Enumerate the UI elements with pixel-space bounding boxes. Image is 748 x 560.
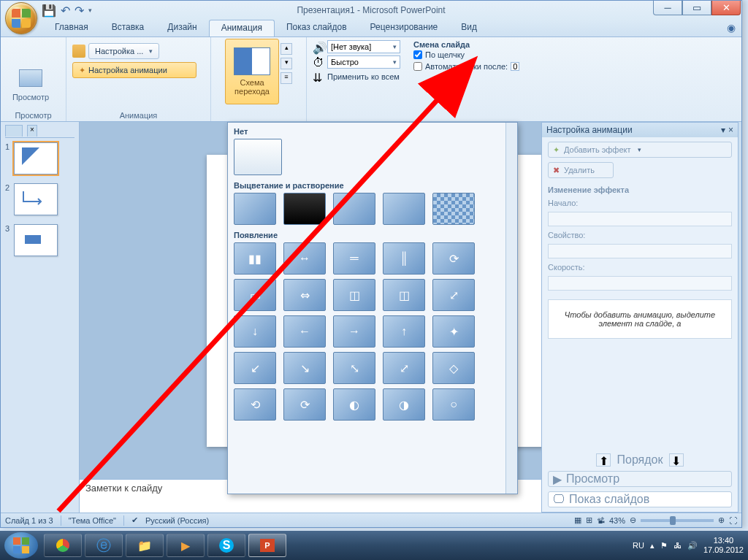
view-sorter-icon[interactable]: ⊞ [586,515,592,525]
tab-design[interactable]: Дизайн [156,20,208,37]
transition-none[interactable] [234,139,282,175]
gallery-more-icon[interactable]: ≡ [280,72,292,84]
transition-item[interactable]: ◐ [333,388,375,421]
speed-select[interactable]: Быстро [327,55,400,69]
taskbar-powerpoint[interactable]: P [248,534,286,557]
custom-animation-dropdown[interactable]: Настройка ... [88,43,159,59]
add-effect-button[interactable]: ✦ Добавить эффект [548,142,732,158]
language-label[interactable]: Русский (Россия) [145,516,209,525]
preview-button[interactable]: Просмотр [4,39,58,104]
qat-dropdown-icon[interactable]: ▾ [88,7,92,14]
remove-effect-button[interactable]: ✖ Удалить [548,162,614,178]
tab-insert[interactable]: Вставка [100,20,156,37]
taskbar-ie[interactable]: ⓔ [85,534,123,557]
ribbon: Просмотр Просмотр Настройка ... ✦ Настро… [1,37,741,122]
tab-review[interactable]: Рецензирование [359,20,450,37]
view-show-icon[interactable]: 📽 [597,516,605,525]
transition-fade-3[interactable] [333,193,375,225]
transition-fade-1[interactable] [234,193,276,225]
close-button[interactable]: ✕ [711,1,741,15]
order-up-icon[interactable]: ⬆ [596,453,611,467]
transition-item[interactable]: ◫ [333,279,375,311]
speed-select[interactable] [548,276,732,291]
zoom-in-icon[interactable]: ⊕ [718,515,725,525]
office-button[interactable] [5,2,37,34]
transition-item[interactable]: ⇔ [283,279,326,311]
gallery-up-icon[interactable]: ▴ [280,43,292,55]
transition-item[interactable]: ← [283,315,326,348]
transition-item[interactable]: ◫ [383,279,425,311]
transition-fade-4[interactable] [383,193,425,225]
taskbar-explorer[interactable]: 📁 [126,534,164,557]
preview-anim-button[interactable]: ▶ Просмотр [548,471,732,487]
transition-item[interactable]: ↙ [234,352,276,384]
transition-item[interactable]: ⤡ [333,352,375,384]
transition-item[interactable]: ◑ [383,388,425,421]
fit-icon[interactable]: ⛶ [729,516,737,525]
transition-item[interactable]: → [333,315,375,348]
slideshow-button[interactable]: 🖵 Показ слайдов [548,491,732,507]
transition-item[interactable]: ═ [333,242,375,275]
maximize-button[interactable]: ▭ [682,1,711,15]
transition-item[interactable]: ◇ [432,352,475,384]
transition-item[interactable]: ⟳ [283,388,326,421]
redo-icon[interactable]: ↷ [75,4,84,18]
auto-after-checkbox[interactable]: Автоматически после: [413,62,519,71]
tray-flag-icon[interactable]: ⚑ [660,541,668,551]
tab-view[interactable]: Вид [449,20,489,37]
undo-icon[interactable]: ↶ [61,4,70,18]
transition-item[interactable]: ↓ [234,315,276,348]
taskbar-skype[interactable]: S [207,534,245,557]
tab-home[interactable]: Главная [43,20,100,37]
zoom-level[interactable]: 43% [609,516,625,525]
sound-select[interactable]: [Нет звука] [327,40,400,53]
thumbnail-1[interactable]: 1 [5,142,75,174]
tray-lang[interactable]: RU [633,541,644,550]
transition-item[interactable]: ✦ [432,315,475,348]
tab-animation[interactable]: Анимация [209,20,275,37]
tray-clock[interactable]: 13:40 17.09.2012 [703,536,744,555]
auto-time-input[interactable] [511,62,519,71]
gallery-scrollbar[interactable] [505,123,517,494]
pane-menu-icon[interactable]: ▾ [721,125,725,135]
transition-item[interactable]: ↘ [283,352,326,384]
animation-settings-button[interactable]: ✦ Настройка анимации [72,62,196,78]
transition-item[interactable]: ▮▮ [234,242,276,275]
start-button[interactable] [4,532,38,559]
thumbnail-3[interactable]: 3 [5,224,75,256]
taskbar-media[interactable]: ▶ [167,534,205,557]
thumbnail-2[interactable]: 2 [5,183,75,215]
transition-item[interactable]: ⤢ [383,352,425,384]
start-select[interactable] [548,212,732,226]
zoom-slider[interactable] [641,519,714,522]
zoom-out-icon[interactable]: ⊖ [630,515,636,525]
transition-item[interactable]: ▭ [234,279,276,311]
taskbar-chrome[interactable] [44,534,82,557]
thumb-mode-tabs[interactable]: × [5,125,75,138]
transition-fade-5[interactable] [432,193,475,225]
apply-all-button[interactable]: ⇊ Применить ко всем [313,71,400,83]
transition-item[interactable]: ↑ [383,315,425,348]
tray-volume-icon[interactable]: 🔊 [687,541,698,551]
transition-scheme-button[interactable]: Схема перехода [225,39,279,104]
tray-network-icon[interactable]: 🖧 [673,541,682,550]
transition-item[interactable]: ⟲ [234,388,276,421]
spellcheck-icon[interactable]: ✔ [131,515,138,525]
gallery-down-icon[interactable]: ▾ [280,58,292,69]
transition-item[interactable]: ║ [383,242,425,275]
property-select[interactable] [548,244,732,258]
transition-fade-2[interactable] [283,193,326,225]
transition-item[interactable]: ↔ [283,242,326,275]
tray-arrow-icon[interactable]: ▴ [650,541,654,551]
transition-item[interactable]: ⤢ [432,279,475,311]
transition-item[interactable]: ⟳ [432,242,475,275]
order-down-icon[interactable]: ⬇ [669,453,684,467]
tab-slideshow[interactable]: Показ слайдов [275,20,359,37]
pane-close-icon[interactable]: × [728,125,733,135]
transition-item[interactable]: ○ [432,388,475,421]
save-icon[interactable]: 💾 [42,4,56,18]
on-click-checkbox[interactable]: По щелчку [413,50,519,59]
view-normal-icon[interactable]: ▦ [574,515,581,525]
help-icon[interactable]: ◉ [727,20,736,37]
minimize-button[interactable]: ─ [653,1,682,15]
